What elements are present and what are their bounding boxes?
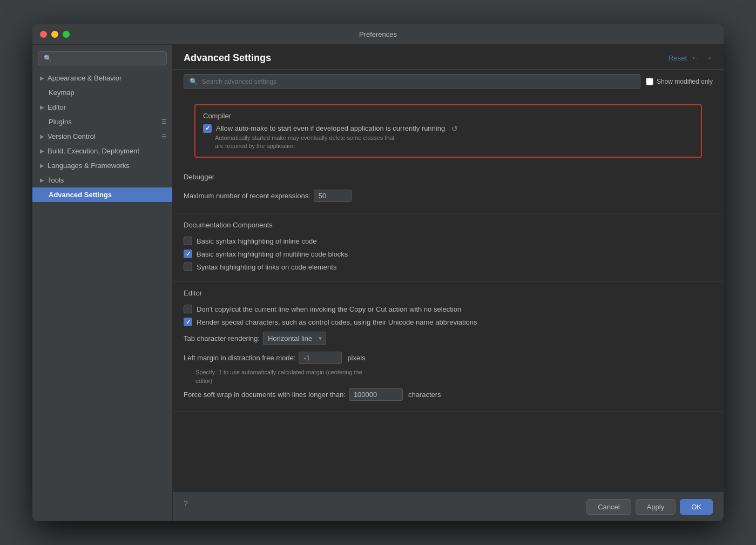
panel-search-row: 🔍 Show modified only	[173, 70, 724, 93]
sidebar-item-label: Keymap	[49, 89, 75, 97]
sidebar-item-label: Version Control	[48, 132, 96, 140]
sidebar-item-label: Advanced Settings	[49, 191, 112, 199]
doc-item-2: Syntax highlighting of links on code ele…	[184, 260, 713, 273]
panel-title: Advanced Settings	[184, 52, 271, 64]
compiler-section-title: Compiler	[203, 112, 693, 120]
left-margin-label: Left margin in distraction free mode:	[184, 354, 295, 362]
left-margin-input[interactable]	[299, 352, 342, 364]
maximize-button[interactable]	[63, 31, 70, 38]
show-modified-checkbox[interactable]	[646, 78, 653, 85]
sidebar-nav: ▶ Appearance & Behavior Keymap ▶ Editor …	[32, 71, 172, 521]
traffic-lights	[40, 31, 70, 38]
tab-rendering-label: Tab character rendering:	[184, 334, 260, 342]
editor-checkbox-0[interactable]	[184, 305, 192, 313]
editor-section: Editor Don't copy/cut the current line w…	[173, 281, 724, 412]
automake-reset-icon[interactable]: ↺	[451, 124, 458, 133]
vc-badge: ☰	[161, 133, 167, 140]
sidebar-search-input[interactable]	[55, 55, 161, 62]
sidebar-item-appearance[interactable]: ▶ Appearance & Behavior	[32, 71, 172, 85]
preferences-window: Preferences 🔍 ▶ Appearance & Behavior Ke…	[32, 24, 724, 521]
doc-checkbox-1[interactable]	[184, 250, 192, 258]
chevron-right-icon: ▶	[40, 148, 44, 154]
editor-label-1: Render special characters, such as contr…	[197, 318, 477, 326]
left-margin-hint: Specify -1 to use automatically calculat…	[195, 368, 713, 385]
sidebar-item-advanced[interactable]: Advanced Settings	[32, 187, 172, 202]
back-arrow[interactable]: ←	[691, 53, 700, 63]
debugger-title: Debugger	[184, 173, 713, 181]
chevron-right-icon: ▶	[40, 104, 44, 110]
automake-label: Allow auto-make to start even if develop…	[216, 124, 445, 132]
doc-checkbox-2[interactable]	[184, 263, 192, 271]
editor-label-0: Don't copy/cut the current line when inv…	[197, 305, 461, 313]
chevron-right-icon: ▶	[40, 133, 44, 139]
editor-item-0: Don't copy/cut the current line when inv…	[184, 302, 713, 315]
show-modified-label[interactable]: Show modified only	[646, 78, 713, 85]
sidebar-item-version-control[interactable]: ▶ Version Control ☰	[32, 129, 172, 144]
compiler-section-wrapper: Compiler Allow auto-make to start even i…	[173, 93, 724, 166]
minimize-button[interactable]	[51, 31, 58, 38]
sidebar-item-label: Tools	[48, 176, 64, 184]
sidebar-item-languages[interactable]: ▶ Languages & Frameworks	[32, 158, 172, 173]
compiler-section: Compiler Allow auto-make to start even i…	[194, 104, 702, 158]
sidebar-item-label: Build, Execution, Deployment	[48, 147, 139, 155]
sidebar-item-label: Languages & Frameworks	[48, 162, 130, 170]
show-modified-text: Show modified only	[657, 78, 713, 85]
plugins-badge: ☰	[161, 118, 167, 125]
recent-expressions-input[interactable]	[314, 190, 352, 202]
editor-item-1: Render special characters, such as contr…	[184, 315, 713, 328]
search-icon: 🔍	[190, 78, 198, 85]
panel-body: Compiler Allow auto-make to start even i…	[173, 93, 724, 492]
header-actions: Reset ← →	[669, 53, 713, 63]
left-margin-row: Left margin in distraction free mode: pi…	[184, 348, 713, 367]
sidebar-item-plugins[interactable]: Plugins ☰	[32, 115, 172, 129]
editor-title: Editor	[184, 289, 713, 297]
cancel-button[interactable]: Cancel	[586, 499, 631, 515]
sidebar-search-box[interactable]: 🔍	[38, 51, 167, 65]
forward-arrow[interactable]: →	[704, 53, 713, 63]
panel-header: Advanced Settings Reset ← →	[173, 45, 724, 70]
automake-row: Allow auto-make to start even if develop…	[203, 124, 693, 133]
tab-rendering-select[interactable]: Horizontal line Arrow None	[263, 332, 326, 345]
content-panel: Advanced Settings Reset ← → 🔍 Show modif…	[173, 45, 724, 521]
help-icon[interactable]: ?	[184, 499, 188, 515]
tab-rendering-select-wrapper: Horizontal line Arrow None ▼	[263, 332, 326, 345]
editor-checkbox-1[interactable]	[184, 318, 192, 326]
doc-label-1: Basic syntax highlighting of multiline c…	[197, 250, 348, 258]
reset-button[interactable]: Reset	[669, 54, 687, 62]
debugger-section: Debugger Maximum number of recent expres…	[173, 165, 724, 213]
sidebar-item-label: Appearance & Behavior	[48, 74, 122, 82]
sidebar-search-icon: 🔍	[44, 55, 52, 62]
sidebar-item-keymap[interactable]: Keymap	[32, 85, 172, 100]
panel-search-input[interactable]	[202, 78, 634, 85]
doc-label-0: Basic syntax highlighting of inline code	[197, 237, 317, 245]
documentation-title: Documentation Components	[184, 221, 713, 229]
recent-expressions-label: Maximum number of recent expressions:	[184, 192, 310, 200]
window-title: Preferences	[359, 30, 397, 38]
soft-wrap-label: Force soft wrap in documents with lines …	[184, 391, 346, 399]
doc-item-0: Basic syntax highlighting of inline code	[184, 234, 713, 247]
close-button[interactable]	[40, 31, 47, 38]
apply-button[interactable]: Apply	[636, 499, 676, 515]
sidebar-item-label: Plugins	[49, 118, 72, 126]
soft-wrap-row: Force soft wrap in documents with lines …	[184, 385, 713, 404]
pixels-label: pixels	[347, 354, 365, 362]
characters-label: characters	[408, 391, 441, 399]
doc-label-2: Syntax highlighting of links on code ele…	[197, 263, 336, 271]
chevron-right-icon: ▶	[40, 75, 44, 81]
automake-hint: Automatically started make may eventuall…	[215, 134, 693, 151]
doc-checkbox-0[interactable]	[184, 237, 192, 245]
titlebar: Preferences	[32, 24, 724, 45]
sidebar-item-editor[interactable]: ▶ Editor	[32, 100, 172, 115]
chevron-right-icon: ▶	[40, 177, 44, 183]
panel-search-box[interactable]: 🔍	[184, 74, 640, 89]
sidebar: 🔍 ▶ Appearance & Behavior Keymap ▶ Edito…	[32, 45, 173, 521]
documentation-section: Documentation Components Basic syntax hi…	[173, 213, 724, 281]
sidebar-item-label: Editor	[48, 103, 66, 111]
recent-expressions-row: Maximum number of recent expressions:	[184, 186, 713, 205]
soft-wrap-input[interactable]	[349, 388, 403, 401]
tab-rendering-row: Tab character rendering: Horizontal line…	[184, 328, 713, 348]
sidebar-item-tools[interactable]: ▶ Tools	[32, 173, 172, 187]
ok-button[interactable]: OK	[680, 499, 713, 515]
automake-checkbox[interactable]	[203, 124, 212, 133]
sidebar-item-build[interactable]: ▶ Build, Execution, Deployment	[32, 144, 172, 158]
